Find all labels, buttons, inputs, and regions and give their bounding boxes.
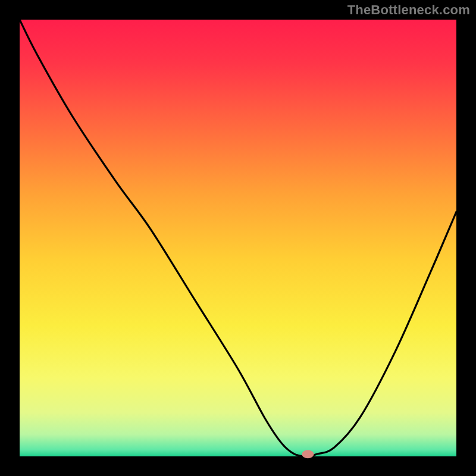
chart-frame: TheBottleneck.com (0, 0, 476, 476)
plot-background (20, 20, 456, 456)
bottleneck-chart (0, 0, 476, 476)
optimal-marker (302, 450, 314, 458)
